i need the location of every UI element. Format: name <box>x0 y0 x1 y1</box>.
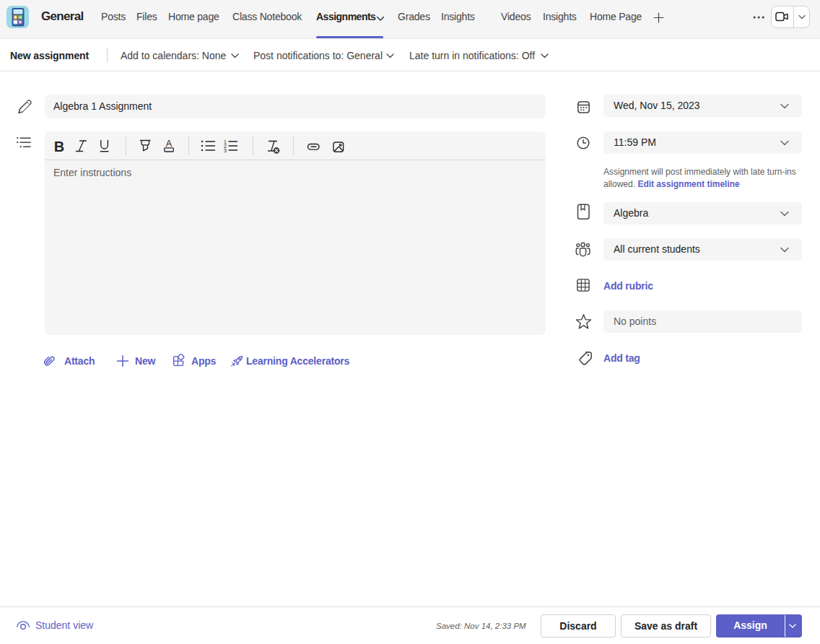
svg-text:A: A <box>166 139 173 149</box>
svg-text:B: B <box>54 139 64 155</box>
svg-text:3: 3 <box>224 148 227 153</box>
